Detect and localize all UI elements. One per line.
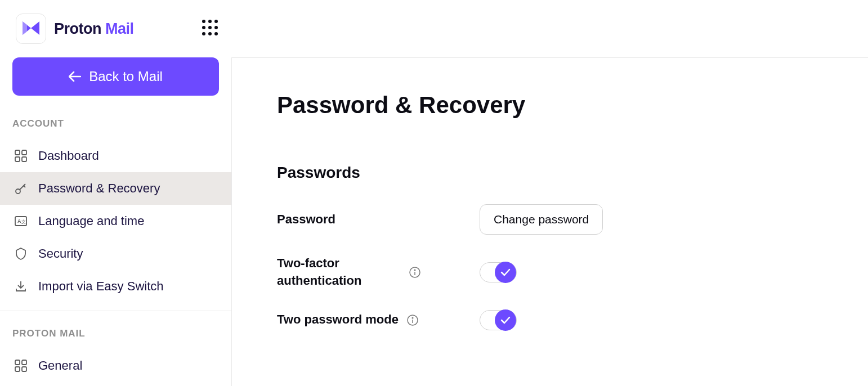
- setting-two-password: Two password mode: [277, 310, 823, 330]
- content-area: Password & Recovery Passwords Password C…: [232, 57, 868, 386]
- arrow-left-icon: [69, 71, 81, 82]
- svg-line-15: [24, 186, 25, 187]
- section-title: Passwords: [277, 164, 823, 182]
- svg-rect-19: [15, 360, 20, 365]
- setting-two-factor: Two-factor authentication: [277, 255, 823, 290]
- shield-icon: [14, 246, 28, 261]
- svg-rect-10: [22, 150, 26, 155]
- sidebar-item-label: Dashboard: [38, 149, 99, 163]
- sidebar-item-label: General: [38, 358, 82, 373]
- apps-grid-icon[interactable]: [202, 19, 218, 38]
- sidebar-item-label: Import via Easy Switch: [38, 279, 164, 294]
- svg-rect-21: [15, 367, 20, 371]
- svg-point-8: [214, 32, 218, 35]
- logo[interactable]: Proton Mail: [16, 14, 134, 44]
- svg-rect-11: [15, 157, 20, 161]
- sidebar-item-password-recovery[interactable]: Password & Recovery: [0, 172, 231, 205]
- svg-point-6: [202, 32, 205, 35]
- proton-mail-icon: [16, 14, 46, 44]
- svg-point-5: [214, 26, 218, 29]
- import-icon: [14, 279, 28, 294]
- svg-rect-20: [22, 360, 26, 365]
- logo-text: Proton Mail: [54, 20, 134, 38]
- sidebar-item-label: Password & Recovery: [38, 181, 160, 196]
- check-icon: [500, 268, 511, 276]
- toggle-knob: [495, 262, 516, 283]
- svg-point-2: [214, 20, 218, 23]
- two-factor-toggle[interactable]: [480, 262, 517, 282]
- sidebar-section-account: ACCOUNT: [0, 113, 231, 140]
- svg-point-4: [208, 26, 212, 29]
- sidebar-section-proton-mail: PROTON MAIL: [0, 322, 231, 349]
- svg-point-24: [414, 270, 415, 271]
- app-header: Proton Mail: [0, 0, 868, 57]
- sidebar-item-import-easy-switch[interactable]: Import via Easy Switch: [0, 270, 231, 303]
- sidebar-item-label: Security: [38, 246, 83, 261]
- sidebar-item-label: Language and time: [38, 214, 144, 228]
- svg-point-1: [208, 20, 212, 23]
- change-password-button[interactable]: Change password: [480, 204, 603, 235]
- svg-rect-12: [22, 157, 26, 161]
- page-title: Password & Recovery: [277, 92, 823, 119]
- two-password-label: Two password mode: [277, 311, 399, 329]
- back-button-label: Back to Mail: [89, 69, 163, 84]
- sidebar: Back to Mail ACCOUNT Dashboard: [0, 57, 232, 386]
- info-icon[interactable]: [406, 314, 419, 326]
- two-password-toggle[interactable]: [480, 310, 517, 330]
- svg-point-7: [208, 32, 212, 35]
- info-icon[interactable]: [409, 266, 421, 279]
- back-to-mail-button[interactable]: Back to Mail: [12, 57, 219, 96]
- key-icon: [14, 181, 28, 196]
- sidebar-item-language-time[interactable]: A 文 Language and time: [0, 205, 231, 237]
- svg-point-3: [202, 26, 205, 29]
- sidebar-item-security[interactable]: Security: [0, 237, 231, 270]
- language-icon: A 文: [14, 214, 28, 228]
- svg-text:A: A: [17, 218, 21, 224]
- check-icon: [500, 316, 511, 324]
- sidebar-item-dashboard[interactable]: Dashboard: [0, 140, 231, 172]
- svg-point-27: [412, 317, 413, 318]
- svg-point-0: [202, 20, 205, 23]
- grid-icon: [14, 358, 28, 373]
- svg-rect-9: [15, 150, 20, 155]
- two-factor-label: Two-factor authentication: [277, 255, 401, 290]
- svg-point-13: [16, 189, 20, 194]
- main-container: Back to Mail ACCOUNT Dashboard: [0, 57, 868, 386]
- svg-text:文: 文: [21, 219, 26, 225]
- toggle-knob: [495, 309, 516, 331]
- svg-rect-22: [22, 367, 26, 371]
- password-label: Password: [277, 211, 446, 228]
- setting-password: Password Change password: [277, 204, 823, 235]
- dashboard-icon: [14, 149, 28, 163]
- sidebar-item-general[interactable]: General: [0, 349, 231, 382]
